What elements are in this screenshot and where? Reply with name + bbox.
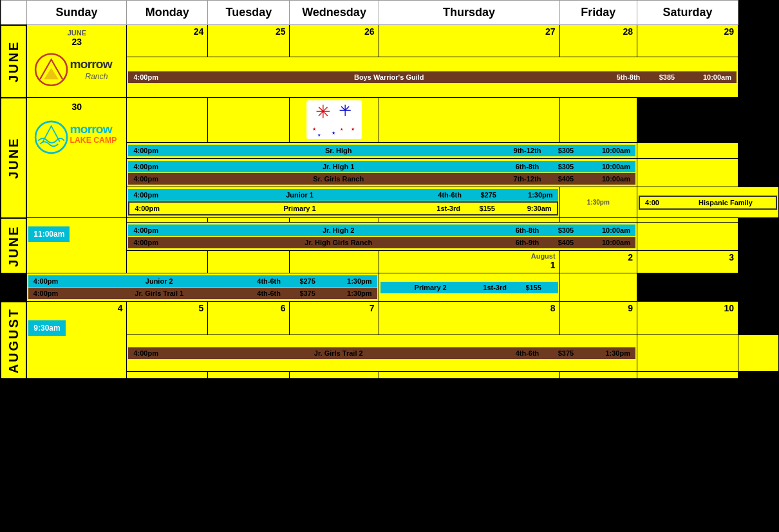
sr-high-price: $305 (547, 147, 585, 154)
day-aug-1: August 1 (379, 251, 559, 273)
930am-badge-wrap: 9:30am (28, 320, 125, 336)
sr-girls-ranch-bar: 4:00pm Sr. Girls Ranch 7th-12th $405 10:… (128, 173, 635, 185)
bwg-start-time: 4:00pm (133, 73, 169, 81)
j2-price: $275 (288, 277, 327, 285)
day-july-2 (208, 98, 290, 143)
11am-badge-wrap: 11:00am (28, 226, 125, 243)
jhgr-grade: 6th-9th (508, 239, 547, 246)
primary-2-bar: Primary 2 1st-3rd $155 (380, 282, 558, 293)
p1-name: Primary 1 (170, 205, 429, 212)
day-number-4b: 4 (28, 303, 125, 315)
jr-high-2-sat (637, 223, 738, 251)
day-number-15 (209, 252, 288, 253)
aug-empty-6 (637, 372, 738, 379)
day-aug-4: 4 9:30am (26, 302, 127, 379)
bwg-price: $385 (648, 73, 686, 81)
p2-price: $155 (514, 284, 553, 291)
aug-empty-2 (208, 372, 290, 379)
sr-high-sat (637, 143, 738, 159)
day-aug-8: 8 (379, 302, 559, 335)
day-july-15 (208, 251, 290, 273)
jrh2-name: Jr. High 2 (169, 226, 508, 234)
header-monday: Monday (127, 1, 208, 25)
day-july-4 (379, 98, 559, 143)
boys-warriors-guild-row: 4:00pm Boys Warrior's Guild 5th-8th $385… (127, 57, 738, 97)
j2-name: Junior 2 (69, 277, 250, 285)
day-number-25: 25 (209, 26, 288, 38)
day-june-30: 30 morrow LAKE CAMP (26, 98, 127, 218)
day-number-1 (128, 99, 206, 100)
june-label-2: JUNE (1, 98, 26, 218)
header-saturday: Saturday (637, 1, 738, 25)
day-july-12 (559, 218, 637, 223)
svg-text:morrow: morrow (70, 57, 113, 71)
day-july-7: 11:00am (26, 218, 127, 273)
sr-high-name: Sr. High (169, 147, 508, 154)
spacer (1, 273, 26, 302)
junior-2-row: 4:00pm Junior 2 4th-6th $275 1:30pm 4:00… (26, 273, 379, 302)
sr-high-grade: 9th-12th (508, 147, 547, 154)
day-july-16 (290, 251, 379, 273)
j1-start: 4:00pm (133, 191, 169, 199)
day-number-23: 23 (70, 37, 85, 48)
aug-empty-1 (127, 372, 208, 379)
header-tuesday: Tuesday (208, 1, 290, 25)
day-number-16 (291, 252, 377, 253)
p2-name: Primary 2 (386, 284, 476, 291)
jgt2-price: $375 (547, 349, 585, 357)
day-number-8 (128, 219, 206, 221)
day-number-2 (209, 99, 288, 100)
sgr-grade: 7th-12th (508, 175, 547, 183)
aug-label-1: August (380, 252, 558, 260)
day-june-24: 24 (127, 25, 208, 57)
day-number-24: 24 (128, 26, 206, 38)
j1-grade: 4th-6th (431, 191, 469, 199)
jhgr-name: Jr. High Girls Ranch (169, 239, 508, 246)
day-june-29: 29 (637, 25, 738, 57)
930am-badge: 9:30am (28, 320, 65, 336)
day-number-29: 29 (639, 26, 737, 38)
sr-high-row: 4:00pm Sr. High 9th-12th $305 10:00am (127, 143, 637, 159)
day-number-30: 30 (70, 102, 85, 113)
header-sunday: Sunday (26, 1, 127, 25)
jr-girls-trail-2-row: 4:00pm Jr. Girls Trail 2 4th-6th $375 1:… (127, 335, 637, 372)
svg-text:★: ★ (312, 127, 316, 131)
jrh2-end: 10:00am (585, 226, 630, 234)
svg-text:LAKE CAMP: LAKE CAMP (70, 136, 117, 145)
day-july-9 (208, 218, 290, 223)
aug-empty-4 (379, 372, 559, 379)
bwg-name: Boys Warrior's Guild (169, 73, 609, 81)
morrow-lake-camp-logo: morrow LAKE CAMP (32, 113, 122, 165)
day-number-5b: 5 (128, 303, 206, 315)
aug-trail2-fri (637, 335, 738, 372)
day-number-14 (128, 252, 206, 253)
j2-sat (559, 273, 637, 302)
day-july-13 (637, 218, 738, 223)
sr-high-start: 4:00pm (133, 147, 169, 154)
j1-end: 1:30pm (508, 191, 553, 199)
jrh1-grade: 6th-8th (508, 163, 547, 170)
jgt2-start: 4:00pm (133, 349, 169, 357)
jr-girls-trail-1-bar: 4:00pm Jr. Girls Trail 1 4th-6th $375 1:… (28, 288, 377, 299)
day-number-6: 6 (209, 303, 288, 315)
j1-price: $275 (469, 191, 508, 199)
day-july-3: ★ ★ ★ ★ ★ (290, 98, 379, 143)
sr-high-bar: 4:00pm Sr. High 9th-12th $305 10:00am (128, 145, 635, 156)
june-label-3: JUNE (1, 218, 26, 273)
junior-2-bar: 4:00pm Junior 2 4th-6th $275 1:30pm (28, 275, 377, 287)
day-july-5 (559, 98, 637, 143)
day-number-aug3: 3 (639, 252, 737, 264)
sr-high-end: 10:00am (585, 147, 630, 154)
day-number-10b: 10 (639, 303, 737, 315)
sgr-name: Sr. Girls Ranch (169, 175, 508, 183)
day-june-26: 26 (290, 25, 379, 57)
svg-text:Ranch: Ranch (86, 72, 109, 81)
day-aug-9: 9 (559, 302, 637, 335)
hispanic-family-bar: 4:00 Hispanic Family (639, 196, 777, 210)
fireworks-decoration: ★ ★ ★ ★ ★ (291, 100, 377, 141)
aug-empty-5 (559, 372, 637, 379)
day-june-27: 27 (379, 25, 559, 57)
sgr-price: $405 (547, 175, 585, 183)
bwg-grade: 5th-8th (609, 73, 648, 81)
bwg-end-time: 10:00am (686, 73, 731, 81)
